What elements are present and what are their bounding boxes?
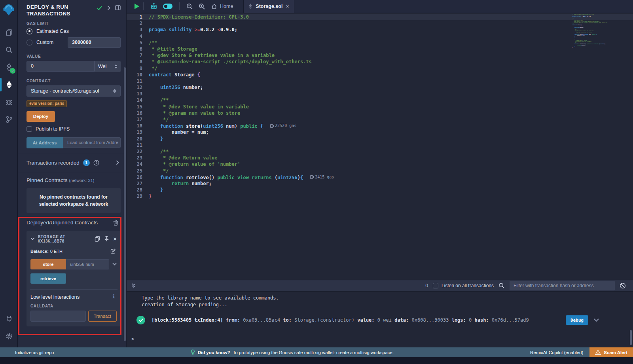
deployed-contract-title[interactable]: STORAGE AT 0X136...8B78	[38, 235, 92, 243]
custom-gas-radio[interactable]	[27, 40, 32, 46]
code-line[interactable]: 17 */	[127, 116, 633, 123]
tab-storage-sol[interactable]: Storage.sol ×	[243, 0, 294, 13]
code-line[interactable]: 11	[127, 78, 633, 84]
code-line[interactable]: 22 /**	[127, 148, 633, 155]
plug-icon	[5, 315, 13, 323]
clear-console-icon[interactable]	[620, 282, 626, 289]
code-line[interactable]: 19 number = num;	[127, 129, 633, 135]
code-line[interactable]: 25 */	[127, 168, 633, 174]
chevron-down-icon[interactable]	[30, 237, 35, 240]
code-line[interactable]: 14 /**	[127, 97, 633, 103]
sidebar-item-git[interactable]	[0, 111, 18, 128]
code-line[interactable]: 3pragma solidity >=0.8.2 <0.9.0;	[127, 27, 633, 33]
code-line[interactable]: 7 * @dev Store & retrieve value in a var…	[127, 52, 633, 59]
chevron-down-icon[interactable]	[112, 263, 117, 265]
copilot-status[interactable]: RemixAI Copilot (enabled)	[530, 350, 583, 355]
line-content: uint256 number;	[149, 84, 633, 91]
sidebar-item-settings[interactable]	[0, 328, 18, 345]
code-line[interactable]: 27 return number;	[127, 180, 633, 187]
pin-icon[interactable]	[104, 236, 109, 242]
code-line[interactable]: 2	[127, 20, 633, 27]
code-line[interactable]: 16 * @param num value to store	[127, 110, 633, 116]
minimap[interactable]: // SPDX-License-Identifier: GPL-3.0pragm…	[572, 14, 619, 48]
code-editor[interactable]: 1// SPDX-License-Identifier: GPL-3.023pr…	[127, 13, 633, 280]
git-init-status[interactable]: Initialize as git repo	[0, 350, 54, 355]
close-icon[interactable]: ×	[113, 236, 117, 242]
value-unit-select[interactable]: Wei	[95, 61, 121, 72]
estimated-gas-radio[interactable]	[27, 28, 32, 34]
code-line[interactable]: 21	[127, 142, 633, 148]
code-line[interactable]: 29}	[127, 193, 633, 199]
listen-all-checkbox[interactable]	[433, 283, 438, 288]
transact-button[interactable]: Transact	[88, 311, 117, 322]
panel-pin-icon[interactable]	[115, 5, 121, 10]
store-function-button[interactable]: store	[30, 259, 66, 269]
at-address-input[interactable]: Load contract from Addre	[63, 137, 121, 148]
expand-tx-icon[interactable]	[594, 318, 599, 322]
sidebar-item-solidity-compiler[interactable]	[0, 59, 18, 76]
collapse-terminal-icon[interactable]	[131, 283, 136, 288]
transactions-recorded-row[interactable]: Transactions recorded 1	[27, 159, 121, 166]
publish-ipfs-checkbox[interactable]	[27, 126, 32, 132]
code-line[interactable]: 15 * @dev Store value in variable	[127, 104, 633, 110]
custom-gas-input[interactable]: 3000000	[68, 37, 121, 48]
code-line[interactable]: 28 }	[127, 187, 633, 193]
scam-alert-button[interactable]: Scam Alert	[589, 347, 633, 357]
terminal-body[interactable]: Type the library name to see available c…	[127, 292, 633, 347]
listen-all-option: Listen on all transactions	[433, 283, 494, 288]
deploy-button[interactable]: Deploy	[27, 111, 55, 122]
code-line[interactable]: 1// SPDX-License-Identifier: GPL-3.0	[127, 14, 633, 20]
code-line[interactable]: 24 * @return value of 'number'	[127, 161, 633, 167]
run-script-icon[interactable]	[135, 4, 139, 9]
code-line[interactable]: 18 function store(uint256 num) public {2…	[127, 123, 633, 129]
divider	[18, 154, 126, 154]
info-icon[interactable]: i	[112, 294, 115, 300]
terminal-scrollbar[interactable]	[630, 330, 632, 345]
code-line[interactable]: 12 uint256 number;	[127, 84, 633, 91]
sidebar-item-search[interactable]	[0, 41, 18, 59]
tab-close-icon[interactable]: ×	[286, 4, 289, 9]
debug-button[interactable]: Debug	[566, 315, 588, 325]
store-argument-input[interactable]: uint256 num	[66, 259, 109, 269]
code-line[interactable]: 4	[127, 33, 633, 40]
copilot-toggle-icon[interactable]	[163, 4, 172, 9]
code-line[interactable]: 6 * @title Storage	[127, 46, 633, 52]
sidebar-item-debugger[interactable]	[0, 93, 18, 111]
calldata-input[interactable]	[30, 311, 86, 322]
retrieve-function-button[interactable]: retrieve	[30, 273, 66, 284]
trash-icon[interactable]	[113, 220, 118, 226]
edit-icon[interactable]	[110, 248, 116, 254]
copy-icon[interactable]	[95, 236, 100, 242]
ai-copilot-icon[interactable]	[150, 3, 157, 10]
code-line[interactable]: 8 * @custom:dev-run-script ./scripts/dep…	[127, 59, 633, 65]
code-line[interactable]: 13	[127, 91, 633, 97]
remix-logo-icon[interactable]	[2, 3, 15, 17]
search-icon[interactable]	[498, 282, 505, 289]
line-number: 28	[127, 187, 149, 193]
code-line[interactable]: 23 * @dev Return value	[127, 155, 633, 161]
contract-select[interactable]: Storage - contracts/Storage.sol	[27, 85, 121, 97]
code-line[interactable]: 10contract Storage {	[127, 72, 633, 78]
value-input[interactable]: 0	[27, 61, 95, 72]
filter-input[interactable]: Filter with transaction hash or address	[510, 281, 615, 290]
zoom-out-icon[interactable]	[186, 3, 193, 10]
contract-label: Contract	[27, 79, 121, 83]
line-content	[149, 33, 633, 40]
code-line[interactable]: 9 */	[127, 65, 633, 72]
transaction-log-row[interactable]: [block:5583405 txIndex:4] from: 0xa03...…	[136, 315, 633, 325]
estimated-gas-option[interactable]: Estimated Gas	[27, 28, 121, 34]
panel-scrollbar[interactable]	[124, 67, 126, 341]
sidebar-item-plugin-manager[interactable]	[0, 310, 18, 328]
terminal-prompt[interactable]: >	[131, 336, 134, 342]
code-line[interactable]: 5/**	[127, 40, 633, 46]
chevron-right-icon[interactable]	[116, 160, 119, 165]
home-button[interactable]: Home	[211, 4, 233, 9]
sidebar-item-file-explorer[interactable]	[0, 24, 18, 41]
code-line[interactable]: 20 }	[127, 136, 633, 142]
info-icon[interactable]	[93, 160, 99, 166]
sidebar-item-deploy-run[interactable]	[0, 76, 18, 93]
at-address-button[interactable]: At Address	[27, 137, 63, 148]
code-line[interactable]: 26 function retrieve() public view retur…	[127, 174, 633, 180]
zoom-in-icon[interactable]	[199, 3, 205, 10]
panel-collapse-icon[interactable]	[107, 6, 110, 10]
